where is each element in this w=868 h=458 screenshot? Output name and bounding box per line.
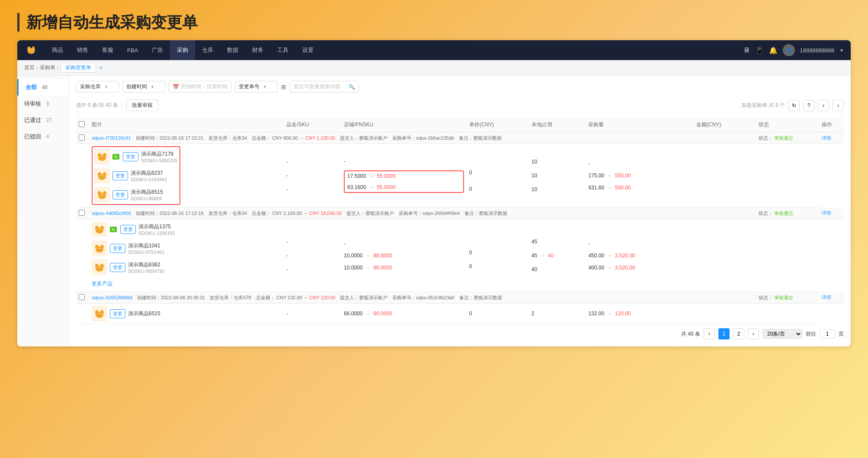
- svg-point-47: [98, 268, 99, 269]
- product-row-2: Ie 变更 演示商品1375 SDSKU-1206182: [76, 219, 844, 292]
- goto-input[interactable]: [820, 330, 835, 338]
- breadcrumb-close[interactable]: ×: [99, 65, 102, 71]
- phone-icon[interactable]: 📱: [755, 46, 764, 54]
- search-icon: 🔍: [349, 84, 355, 90]
- svg-point-19: [100, 176, 101, 177]
- nav-item-fba[interactable]: FBA: [120, 40, 145, 60]
- col-local-occupy: 本地占用: [529, 118, 586, 132]
- pagination-next[interactable]: ›: [748, 328, 759, 339]
- prev-page-nav[interactable]: ‹: [818, 100, 829, 111]
- order-header-3: sdpoc-82652ffd68d 创建时间：2022-08-08 20:30:…: [76, 292, 844, 304]
- product-img-1-1: [94, 149, 110, 164]
- nav-item-customer[interactable]: 客服: [95, 40, 120, 60]
- order-1-checkbox[interactable]: [79, 135, 85, 141]
- order-id-3[interactable]: sdpoc-82652ffd68d: [92, 295, 132, 300]
- order-1-detail[interactable]: 详情: [822, 135, 831, 141]
- sidebar-item-pending[interactable]: 待审核 9: [17, 96, 69, 112]
- product-sku-1-1: SDSKU-5882205: [141, 158, 177, 163]
- per-page-select[interactable]: 20条/页 50条/页 100条/页: [762, 329, 802, 339]
- filter-bar: 采购仓库 创建时间 📅 开始时间 - 结束时间 变更单号 ⊞: [76, 81, 844, 93]
- time-filter[interactable]: 创建时间: [122, 81, 165, 93]
- product-name-1-3: 演示商品6515: [131, 189, 163, 196]
- nav-right: 🖥 📱 🔔 👤 18888888888 ▼: [743, 44, 844, 56]
- sidebar-item-rejected[interactable]: 已驳回 4: [17, 128, 69, 145]
- order-3-detail[interactable]: 详情: [822, 295, 831, 300]
- nav-item-purchase[interactable]: 采购: [170, 40, 195, 60]
- batch-review-button[interactable]: 批量审核: [126, 99, 158, 111]
- order-id-1[interactable]: sdpoc-f730130c91: [92, 135, 131, 141]
- order-header-1: sdpoc-f730130c91 创建时间：2022-08-16 17:15:2…: [76, 132, 844, 144]
- goto-label: 前往: [806, 330, 816, 338]
- change-btn-3-1[interactable]: 变更: [110, 309, 125, 318]
- nav-item-sales[interactable]: 销售: [70, 40, 95, 60]
- change-btn-2-1[interactable]: 变更: [120, 225, 136, 234]
- next-page-nav[interactable]: ›: [833, 100, 844, 111]
- nav-item-tools[interactable]: 工具: [270, 40, 295, 60]
- total-count: 共 40 条: [681, 330, 700, 338]
- user-dropdown-icon[interactable]: ▼: [839, 48, 844, 53]
- col-action: 操作: [819, 118, 844, 132]
- nav-item-settings[interactable]: 设置: [295, 40, 320, 60]
- change-btn-2-3[interactable]: 变更: [110, 263, 125, 272]
- ie-badge-2: Ie: [110, 227, 117, 232]
- breadcrumb-home[interactable]: 首页: [24, 64, 35, 71]
- pagination: 共 40 条 ‹ 1 2 › 20条/页 50条/页 100条/页 前往 页: [76, 324, 844, 341]
- change-btn-1-3[interactable]: 变更: [112, 190, 128, 199]
- svg-point-20: [103, 176, 104, 177]
- pagination-prev[interactable]: ‹: [704, 328, 715, 339]
- pagination-page-2[interactable]: 2: [733, 328, 744, 339]
- col-amount: 金额(CNY): [694, 118, 756, 132]
- nav-item-data[interactable]: 数据: [220, 40, 245, 60]
- main-content: 采购仓库 创建时间 📅 开始时间 - 结束时间 变更单号 ⊞: [69, 76, 851, 346]
- urgent-label: 加急采购单:共 6 个: [741, 102, 785, 109]
- page-title: 新增自动生成采购变更单: [17, 13, 851, 32]
- svg-point-48: [100, 268, 101, 269]
- svg-point-33: [98, 230, 99, 231]
- product-name-1-2: 演示商品6237: [131, 170, 167, 177]
- select-all-checkbox[interactable]: [79, 121, 85, 127]
- change-btn-2-2[interactable]: 变更: [110, 244, 125, 253]
- username: 18888888888: [800, 47, 835, 54]
- pagination-page-1[interactable]: 1: [718, 328, 730, 339]
- order-id-2[interactable]: sdpoc-4d095cbf50: [92, 211, 131, 216]
- warehouse-filter[interactable]: 采购仓库: [76, 81, 119, 93]
- monitor-icon[interactable]: 🖥: [743, 46, 750, 54]
- sidebar-item-all[interactable]: 全部 40: [17, 79, 69, 96]
- date-range[interactable]: 📅 开始时间 - 结束时间: [169, 81, 231, 93]
- svg-point-55: [100, 314, 101, 315]
- svg-point-12: [100, 157, 101, 158]
- order-header-2: sdpoc-4d095cbf50 创建时间：2022-08-16 17:12:1…: [76, 208, 844, 219]
- order-2-checkbox[interactable]: [79, 210, 85, 216]
- nav-item-goods[interactable]: 商品: [45, 40, 70, 60]
- bell-icon[interactable]: 🔔: [769, 46, 778, 54]
- nav-items: 商品 销售 客服 FBA 广告 采购 仓库 数据 财务 工具 设置: [45, 40, 743, 60]
- nav-item-warehouse[interactable]: 仓库: [195, 40, 220, 60]
- nav-item-ads[interactable]: 广告: [145, 40, 170, 60]
- avatar[interactable]: 👤: [783, 44, 795, 56]
- svg-point-34: [100, 230, 101, 231]
- product-img-2-3: [92, 259, 107, 275]
- svg-point-27: [103, 195, 104, 196]
- nav-item-finance[interactable]: 财务: [245, 40, 270, 60]
- order-2-detail[interactable]: 详情: [822, 210, 831, 215]
- col-status: 状态: [756, 118, 819, 132]
- selection-count: 选中 0 条/共 40 条: [76, 102, 118, 109]
- change-btn-1-1[interactable]: 变更: [123, 152, 138, 161]
- content-area: 全部 40 待审核 9 已通过 27 已驳回 4 采购仓库: [17, 76, 851, 346]
- sidebar-item-approved[interactable]: 已通过 27: [17, 112, 69, 128]
- refresh-button[interactable]: ↻: [788, 100, 800, 111]
- change-btn-1-2[interactable]: 变更: [112, 171, 128, 180]
- help-button[interactable]: ?: [803, 100, 814, 111]
- logo[interactable]: [24, 43, 38, 57]
- product-img-2-1: [92, 221, 107, 237]
- search-box[interactable]: 双击可批量搜索内容 🔍: [290, 81, 359, 93]
- more-products-btn[interactable]: 更多产品: [92, 279, 281, 289]
- col-image: 图片: [89, 118, 284, 132]
- change-no-filter[interactable]: 变更单号: [235, 81, 278, 93]
- table-toolbar: 选中 0 条/共 40 条 | 批量审核 加急采购单:共 6 个 ↻ ? ‹ ›: [76, 97, 844, 114]
- breadcrumb-purchase[interactable]: 采购单: [40, 64, 55, 71]
- svg-point-13: [103, 157, 104, 158]
- breadcrumb-change-order[interactable]: 采购变更单: [61, 63, 96, 73]
- order-3-checkbox[interactable]: [79, 294, 85, 300]
- toolbar-right: 加急采购单:共 6 个 ↻ ? ‹ ›: [741, 100, 844, 111]
